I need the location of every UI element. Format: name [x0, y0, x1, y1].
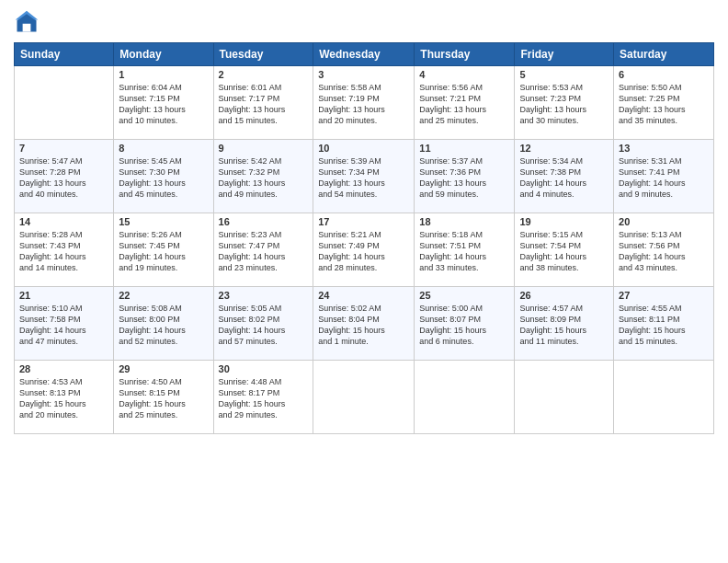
day-info: Sunrise: 5:05 AM Sunset: 8:02 PM Dayligh… [219, 303, 309, 348]
calendar-cell: 22Sunrise: 5:08 AM Sunset: 8:00 PM Dayli… [114, 287, 213, 361]
day-number: 16 [219, 216, 309, 227]
week-row-1: 1Sunrise: 6:04 AM Sunset: 7:15 PM Daylig… [15, 66, 714, 140]
calendar-cell: 4Sunrise: 5:56 AM Sunset: 7:21 PM Daylig… [415, 66, 515, 140]
calendar-cell: 7Sunrise: 5:47 AM Sunset: 7:28 PM Daylig… [15, 140, 114, 213]
calendar-cell: 18Sunrise: 5:18 AM Sunset: 7:51 PM Dayli… [415, 213, 515, 287]
day-number: 23 [219, 290, 309, 301]
calendar-cell: 3Sunrise: 5:58 AM Sunset: 7:19 PM Daylig… [313, 66, 415, 140]
day-info: Sunrise: 5:23 AM Sunset: 7:47 PM Dayligh… [219, 229, 309, 274]
weekday-header-thursday: Thursday [415, 43, 515, 66]
day-number: 21 [19, 290, 108, 301]
day-info: Sunrise: 4:53 AM Sunset: 8:13 PM Dayligh… [19, 376, 108, 421]
calendar-cell: 13Sunrise: 5:31 AM Sunset: 7:41 PM Dayli… [614, 140, 714, 213]
header [14, 9, 714, 35]
calendar-cell: 10Sunrise: 5:39 AM Sunset: 7:34 PM Dayli… [313, 140, 415, 213]
day-number: 8 [119, 143, 208, 154]
day-number: 4 [419, 69, 509, 80]
calendar-cell: 21Sunrise: 5:10 AM Sunset: 7:58 PM Dayli… [15, 287, 114, 361]
calendar-cell: 15Sunrise: 5:26 AM Sunset: 7:45 PM Dayli… [114, 213, 213, 287]
day-number: 3 [318, 69, 409, 80]
day-number: 22 [119, 290, 208, 301]
day-info: Sunrise: 5:58 AM Sunset: 7:19 PM Dayligh… [318, 82, 409, 127]
day-info: Sunrise: 6:01 AM Sunset: 7:17 PM Dayligh… [219, 82, 309, 127]
day-number: 27 [619, 290, 709, 301]
calendar-cell: 8Sunrise: 5:45 AM Sunset: 7:30 PM Daylig… [114, 140, 213, 213]
day-info: Sunrise: 5:26 AM Sunset: 7:45 PM Dayligh… [119, 229, 208, 274]
week-row-4: 21Sunrise: 5:10 AM Sunset: 7:58 PM Dayli… [15, 287, 714, 361]
day-info: Sunrise: 5:47 AM Sunset: 7:28 PM Dayligh… [19, 155, 108, 201]
day-info: Sunrise: 5:18 AM Sunset: 7:51 PM Dayligh… [419, 229, 509, 274]
day-number: 26 [519, 290, 609, 301]
calendar-cell: 5Sunrise: 5:53 AM Sunset: 7:23 PM Daylig… [515, 66, 614, 140]
calendar-cell: 24Sunrise: 5:02 AM Sunset: 8:04 PM Dayli… [313, 287, 415, 361]
calendar-header: SundayMondayTuesdayWednesdayThursdayFrid… [15, 43, 714, 66]
day-number: 18 [419, 216, 509, 227]
day-info: Sunrise: 5:34 AM Sunset: 7:38 PM Dayligh… [519, 155, 609, 201]
day-info: Sunrise: 5:50 AM Sunset: 7:25 PM Dayligh… [619, 82, 709, 127]
day-info: Sunrise: 4:57 AM Sunset: 8:09 PM Dayligh… [519, 303, 609, 348]
calendar-cell: 30Sunrise: 4:48 AM Sunset: 8:17 PM Dayli… [213, 361, 313, 434]
day-number: 14 [19, 216, 108, 227]
day-number: 28 [19, 363, 108, 374]
weekday-row: SundayMondayTuesdayWednesdayThursdayFrid… [15, 43, 714, 66]
week-row-5: 28Sunrise: 4:53 AM Sunset: 8:13 PM Dayli… [15, 361, 714, 434]
day-info: Sunrise: 5:10 AM Sunset: 7:58 PM Dayligh… [19, 303, 108, 348]
day-number: 15 [119, 216, 208, 227]
weekday-header-wednesday: Wednesday [313, 43, 415, 66]
day-number: 6 [619, 69, 709, 80]
calendar-cell: 26Sunrise: 4:57 AM Sunset: 8:09 PM Dayli… [515, 287, 614, 361]
calendar-body: 1Sunrise: 6:04 AM Sunset: 7:15 PM Daylig… [15, 66, 714, 434]
page: SundayMondayTuesdayWednesdayThursdayFrid… [0, 0, 728, 563]
weekday-header-tuesday: Tuesday [213, 43, 313, 66]
day-info: Sunrise: 4:50 AM Sunset: 8:15 PM Dayligh… [119, 376, 208, 421]
day-info: Sunrise: 5:21 AM Sunset: 7:49 PM Dayligh… [318, 229, 409, 274]
day-number: 7 [19, 143, 108, 154]
day-info: Sunrise: 5:28 AM Sunset: 7:43 PM Dayligh… [19, 229, 108, 274]
day-number: 5 [519, 69, 609, 80]
calendar: SundayMondayTuesdayWednesdayThursdayFrid… [14, 42, 714, 434]
calendar-cell: 27Sunrise: 4:55 AM Sunset: 8:11 PM Dayli… [614, 287, 714, 361]
calendar-cell [515, 361, 614, 434]
day-info: Sunrise: 5:45 AM Sunset: 7:30 PM Dayligh… [119, 155, 208, 201]
calendar-cell: 1Sunrise: 6:04 AM Sunset: 7:15 PM Daylig… [114, 66, 213, 140]
calendar-cell: 14Sunrise: 5:28 AM Sunset: 7:43 PM Dayli… [15, 213, 114, 287]
day-info: Sunrise: 4:55 AM Sunset: 8:11 PM Dayligh… [619, 303, 709, 348]
calendar-cell: 11Sunrise: 5:37 AM Sunset: 7:36 PM Dayli… [415, 140, 515, 213]
week-row-2: 7Sunrise: 5:47 AM Sunset: 7:28 PM Daylig… [15, 140, 714, 213]
day-info: Sunrise: 5:15 AM Sunset: 7:54 PM Dayligh… [519, 229, 609, 274]
calendar-cell: 17Sunrise: 5:21 AM Sunset: 7:49 PM Dayli… [313, 213, 415, 287]
calendar-cell [415, 361, 515, 434]
day-number: 9 [219, 143, 309, 154]
day-number: 20 [619, 216, 709, 227]
day-number: 11 [419, 143, 509, 154]
day-number: 25 [419, 290, 509, 301]
weekday-header-friday: Friday [515, 43, 614, 66]
day-number: 29 [119, 363, 208, 374]
logo-icon [14, 9, 40, 35]
day-number: 10 [318, 143, 409, 154]
week-row-3: 14Sunrise: 5:28 AM Sunset: 7:43 PM Dayli… [15, 213, 714, 287]
calendar-cell: 25Sunrise: 5:00 AM Sunset: 8:07 PM Dayli… [415, 287, 515, 361]
day-info: Sunrise: 4:48 AM Sunset: 8:17 PM Dayligh… [219, 376, 309, 421]
weekday-header-saturday: Saturday [614, 43, 714, 66]
day-number: 19 [519, 216, 609, 227]
calendar-cell: 12Sunrise: 5:34 AM Sunset: 7:38 PM Dayli… [515, 140, 614, 213]
day-info: Sunrise: 5:42 AM Sunset: 7:32 PM Dayligh… [219, 155, 309, 201]
calendar-cell: 6Sunrise: 5:50 AM Sunset: 7:25 PM Daylig… [614, 66, 714, 140]
day-number: 2 [219, 69, 309, 80]
day-info: Sunrise: 5:37 AM Sunset: 7:36 PM Dayligh… [419, 155, 509, 201]
day-info: Sunrise: 5:00 AM Sunset: 8:07 PM Dayligh… [419, 303, 509, 348]
day-number: 17 [318, 216, 409, 227]
calendar-cell [614, 361, 714, 434]
calendar-cell [15, 66, 114, 140]
day-info: Sunrise: 5:31 AM Sunset: 7:41 PM Dayligh… [619, 155, 709, 201]
calendar-cell: 23Sunrise: 5:05 AM Sunset: 8:02 PM Dayli… [213, 287, 313, 361]
day-info: Sunrise: 5:13 AM Sunset: 7:56 PM Dayligh… [619, 229, 709, 274]
day-info: Sunrise: 5:56 AM Sunset: 7:21 PM Dayligh… [419, 82, 509, 127]
day-number: 12 [519, 143, 609, 154]
calendar-cell: 28Sunrise: 4:53 AM Sunset: 8:13 PM Dayli… [15, 361, 114, 434]
calendar-cell: 16Sunrise: 5:23 AM Sunset: 7:47 PM Dayli… [213, 213, 313, 287]
calendar-cell: 29Sunrise: 4:50 AM Sunset: 8:15 PM Dayli… [114, 361, 213, 434]
day-info: Sunrise: 5:08 AM Sunset: 8:00 PM Dayligh… [119, 303, 208, 348]
day-number: 1 [119, 69, 208, 80]
